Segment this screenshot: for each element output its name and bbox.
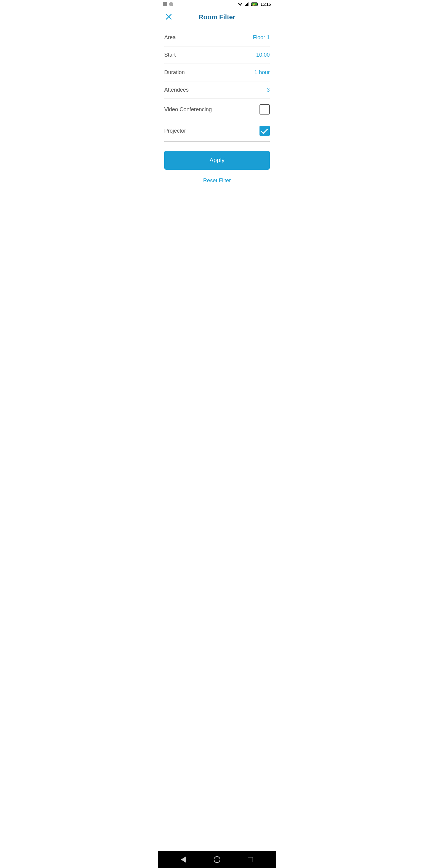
reset-filter-button[interactable]: Reset Filter	[203, 178, 231, 184]
close-icon	[165, 13, 172, 20]
start-row[interactable]: Start 10:00	[164, 46, 270, 64]
reset-filter-container: Reset Filter	[158, 175, 276, 187]
start-label: Start	[164, 52, 176, 58]
signal-icon	[245, 2, 250, 6]
attendees-label: Attendees	[164, 87, 189, 93]
video-conferencing-checkbox[interactable]	[259, 104, 270, 115]
svg-text:⚡: ⚡	[253, 3, 255, 6]
duration-value: 1 hour	[254, 69, 270, 76]
video-conferencing-label: Video Conferencing	[164, 106, 212, 113]
status-bar-right: ⚡ 15:16	[238, 2, 271, 7]
svg-rect-6	[257, 4, 258, 5]
svg-rect-2	[246, 4, 247, 6]
svg-rect-3	[247, 3, 248, 6]
apply-button[interactable]: Apply	[164, 151, 270, 170]
start-value: 10:00	[256, 52, 270, 58]
svg-rect-4	[248, 2, 249, 6]
page-title: Room Filter	[198, 13, 236, 21]
video-conferencing-row[interactable]: Video Conferencing	[164, 99, 270, 120]
duration-label: Duration	[164, 69, 185, 76]
sim-icon	[163, 2, 167, 6]
area-label: Area	[164, 34, 176, 41]
close-button[interactable]	[164, 12, 173, 22]
svg-rect-1	[245, 5, 246, 6]
battery-icon: ⚡	[251, 2, 258, 6]
wifi-icon	[238, 2, 243, 6]
status-bar-left	[163, 2, 173, 6]
projector-row[interactable]: Projector	[164, 120, 270, 142]
projector-label: Projector	[164, 128, 186, 134]
apply-button-container: Apply	[158, 142, 276, 175]
status-time: 15:16	[260, 2, 271, 7]
projector-checkbox[interactable]	[259, 126, 270, 136]
area-value: Floor 1	[253, 34, 270, 41]
duration-row[interactable]: Duration 1 hour	[164, 64, 270, 82]
area-row[interactable]: Area Floor 1	[164, 29, 270, 46]
filter-section: Area Floor 1 Start 10:00 Duration 1 hour…	[158, 29, 276, 142]
attendees-row[interactable]: Attendees 3	[164, 82, 270, 99]
attendees-value: 3	[267, 87, 270, 93]
circle-icon	[169, 2, 173, 6]
svg-point-0	[240, 5, 241, 6]
header: Room Filter	[158, 8, 276, 26]
status-bar: ⚡ 15:16	[158, 0, 276, 8]
